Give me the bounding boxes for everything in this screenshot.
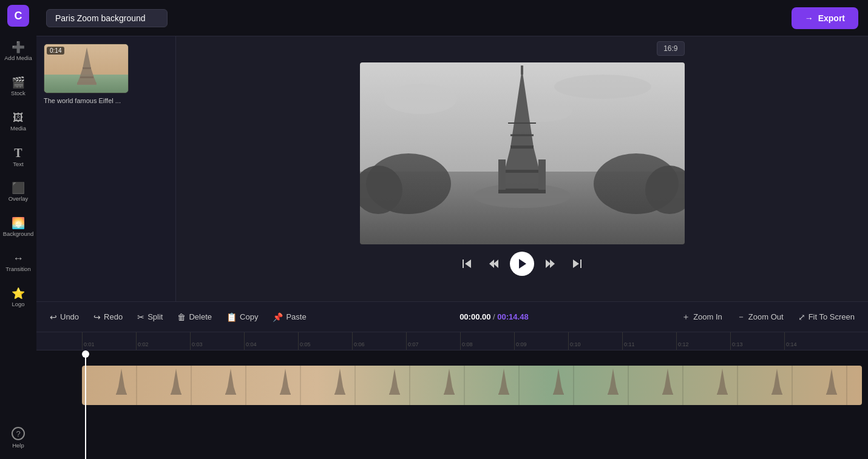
ruler-mark: 0:11 xyxy=(622,332,676,350)
current-time: 00:00.00 xyxy=(459,312,490,321)
svg-marker-35 xyxy=(550,260,555,268)
skip-to-start-button[interactable] xyxy=(456,253,478,275)
background-icon: 🌅 xyxy=(12,218,25,229)
track-frames xyxy=(82,366,862,405)
ruler-mark: 0:06 xyxy=(352,332,406,350)
svg-marker-30 xyxy=(465,260,471,268)
video-track[interactable] xyxy=(82,366,862,405)
delete-button[interactable]: 🗑 Delete xyxy=(171,309,218,326)
svg-marker-31 xyxy=(493,260,498,268)
svg-marker-32 xyxy=(489,260,494,268)
timeline-tracks[interactable] xyxy=(36,350,868,459)
svg-rect-26 xyxy=(521,65,523,75)
preview-container: 16:9 xyxy=(360,62,685,244)
clip-title: The world famous Eiffel ... xyxy=(44,96,168,105)
sidebar-item-add-media[interactable]: ➕ Add Media xyxy=(3,35,33,68)
svg-marker-19 xyxy=(504,147,540,172)
svg-rect-24 xyxy=(498,159,506,190)
svg-rect-44 xyxy=(171,394,181,395)
playback-controls xyxy=(456,252,588,276)
redo-icon: ↪ xyxy=(93,312,101,322)
sidebar-item-background[interactable]: 🌅 Background xyxy=(3,211,33,244)
svg-rect-80 xyxy=(826,394,837,395)
logo-icon: ⭐ xyxy=(12,288,25,299)
timeline-section: ↩ Undo ↪ Redo ✂ Split 🗑 Delete 📋 Copy 📌 xyxy=(36,301,868,459)
skip-to-end-button[interactable] xyxy=(566,253,588,275)
split-icon: ✂ xyxy=(137,312,144,322)
sidebar-item-help[interactable]: ? Help xyxy=(3,421,33,454)
paste-button[interactable]: 📌 Paste xyxy=(266,309,312,326)
app-logo[interactable]: C xyxy=(7,5,29,27)
sidebar-item-media[interactable]: 🖼 Media xyxy=(3,106,33,138)
sidebar-item-stock[interactable]: 🎬 Stock xyxy=(3,70,33,103)
preview-area: 16:9 xyxy=(176,36,868,301)
main-content: → Export xyxy=(36,0,868,459)
ruler-mark: 0:14 xyxy=(784,332,838,350)
ruler-mark: 0:08 xyxy=(460,332,514,350)
svg-rect-74 xyxy=(717,394,728,395)
svg-rect-50 xyxy=(280,394,291,395)
svg-point-10 xyxy=(554,75,651,99)
play-button[interactable] xyxy=(510,252,534,276)
zoom-in-button[interactable]: ＋ Zoom In xyxy=(676,308,728,326)
fast-forward-button[interactable] xyxy=(539,253,561,275)
preview-video xyxy=(360,62,685,244)
undo-button[interactable]: ↩ Undo xyxy=(44,309,85,326)
media-icon: 🖼 xyxy=(13,112,24,123)
sidebar-item-text[interactable]: T Text xyxy=(3,141,33,173)
svg-rect-59 xyxy=(444,394,455,395)
timeline-ruler: 0:01 0:02 0:03 0:04 0:05 0:06 0:07 0:08 … xyxy=(36,332,868,350)
stock-icon: 🎬 xyxy=(12,77,25,88)
svg-rect-38 xyxy=(82,366,862,405)
clip-duration: 0:14 xyxy=(47,47,64,55)
media-panel: 0:14 The world famous Eiffel ... xyxy=(36,36,176,301)
ruler-mark: 0:09 xyxy=(514,332,568,350)
workspace: 0:14 The world famous Eiffel ... 16:9 xyxy=(36,36,868,301)
ruler-marks: 0:01 0:02 0:03 0:04 0:05 0:06 0:07 0:08 … xyxy=(82,332,838,350)
overlay-icon: ⬛ xyxy=(12,183,25,193)
sidebar-item-overlay[interactable]: ⬛ Overlay xyxy=(3,176,33,209)
ruler-mark: 0:01 xyxy=(82,332,136,350)
timeline-playhead[interactable] xyxy=(85,350,86,459)
svg-rect-5 xyxy=(77,82,97,85)
svg-rect-36 xyxy=(580,260,581,268)
paste-icon: 📌 xyxy=(273,312,283,322)
copy-button[interactable]: 📋 Copy xyxy=(220,309,264,326)
svg-rect-41 xyxy=(116,394,127,395)
help-icon: ? xyxy=(12,427,25,440)
project-title-input[interactable] xyxy=(46,9,168,27)
rewind-button[interactable] xyxy=(483,253,505,275)
redo-button[interactable]: ↪ Redo xyxy=(87,309,129,326)
time-display: 00:00.00 / 00:14.48 xyxy=(315,312,674,321)
topbar: → Export xyxy=(36,0,868,36)
media-clip-thumbnail[interactable]: 0:14 xyxy=(44,44,129,93)
ruler-mark: 0:07 xyxy=(406,332,460,350)
svg-rect-6 xyxy=(83,67,91,69)
ruler-mark: 0:02 xyxy=(136,332,190,350)
svg-rect-25 xyxy=(538,159,546,190)
aspect-ratio-badge: 16:9 xyxy=(657,41,684,56)
fit-screen-icon: ⤢ xyxy=(798,312,805,322)
svg-point-9 xyxy=(384,84,457,114)
playhead-head xyxy=(82,350,89,358)
undo-icon: ↩ xyxy=(50,312,57,322)
svg-rect-53 xyxy=(334,394,345,395)
zoom-in-icon: ＋ xyxy=(682,312,690,323)
export-button[interactable]: → Export xyxy=(792,7,858,29)
svg-marker-37 xyxy=(573,260,579,268)
zoom-out-icon: － xyxy=(737,312,745,323)
total-time: 00:14.48 xyxy=(497,312,528,321)
sidebar: C ➕ Add Media 🎬 Stock 🖼 Media T Text ⬛ O… xyxy=(0,0,36,459)
sidebar-item-logo[interactable]: ⭐ Logo xyxy=(3,281,33,314)
split-button[interactable]: ✂ Split xyxy=(131,309,169,326)
ruler-mark: 0:04 xyxy=(244,332,298,350)
ruler-mark: 0:12 xyxy=(676,332,730,350)
svg-rect-22 xyxy=(504,170,540,173)
zoom-controls: ＋ Zoom In － Zoom Out ⤢ Fit To Screen xyxy=(676,308,861,326)
zoom-out-button[interactable]: － Zoom Out xyxy=(731,308,790,326)
timeline-toolbar: ↩ Undo ↪ Redo ✂ Split 🗑 Delete 📋 Copy 📌 xyxy=(36,302,868,332)
svg-rect-56 xyxy=(389,394,400,395)
fit-to-screen-button[interactable]: ⤢ Fit To Screen xyxy=(792,309,861,326)
svg-rect-65 xyxy=(553,394,564,395)
sidebar-item-transition[interactable]: ↔ Transition xyxy=(3,246,33,279)
